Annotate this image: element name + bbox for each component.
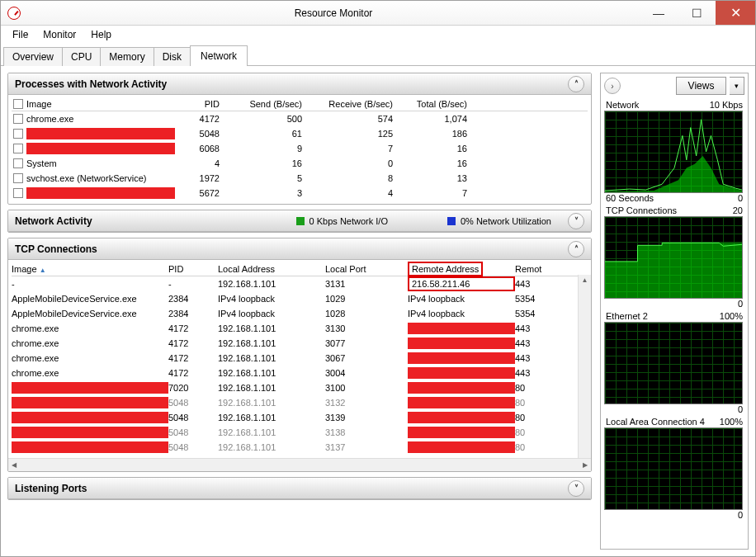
table-row[interactable]: chrome.exe4172192.168.1.1013130443: [12, 321, 588, 336]
column-header[interactable]: Remot: [515, 264, 558, 274]
table-row[interactable]: chrome.exe4172192.168.1.1013077443: [12, 336, 588, 351]
redacted-text: [408, 397, 515, 408]
network-activity-title: Network Activity: [15, 215, 92, 227]
menu-monitor[interactable]: Monitor: [36, 27, 83, 42]
window: Resource Monitor — ☐ ✕ File Monitor Help…: [0, 0, 756, 557]
receive: 125: [307, 129, 398, 139]
local-port: 3132: [325, 398, 408, 408]
menu-help[interactable]: Help: [84, 27, 118, 42]
column-header[interactable]: PID: [168, 264, 218, 274]
column-header[interactable]: Receive (B/sec): [307, 99, 398, 109]
chart-scale: 100%: [720, 417, 743, 427]
expand-button[interactable]: ˅: [568, 480, 584, 497]
tab-overview[interactable]: Overview: [3, 47, 63, 66]
pid: 4172: [168, 353, 218, 363]
table-row[interactable]: 5048192.168.1.101313980: [12, 410, 588, 425]
table-row[interactable]: svchost.exe (NetworkService)19725813: [12, 171, 588, 186]
column-header[interactable]: PID: [175, 99, 224, 109]
chart-block: Network10 Kbps60 Seconds0: [604, 99, 744, 205]
row-checkbox[interactable]: [13, 173, 23, 183]
horizontal-scrollbar[interactable]: ◀▶: [8, 458, 591, 471]
table-row[interactable]: 5048192.168.1.101313280: [12, 395, 588, 410]
image-name: chrome.exe: [12, 338, 168, 348]
table-row[interactable]: chrome.exe41725005741,074: [12, 111, 588, 126]
table-row[interactable]: 5048192.168.1.101313880: [12, 425, 588, 440]
redacted-text: [12, 441, 168, 453]
row-checkbox[interactable]: [13, 188, 23, 198]
total: 16: [398, 144, 472, 153]
column-header[interactable]: Local Address: [218, 264, 325, 274]
views-dropdown[interactable]: ▾: [730, 77, 744, 95]
remote-port: 5354: [515, 294, 558, 304]
tab-memory[interactable]: Memory: [100, 47, 154, 66]
chart-scale: 20: [733, 205, 743, 215]
table-row[interactable]: 60689716: [12, 141, 588, 156]
views-button[interactable]: Views: [676, 77, 726, 95]
table-row[interactable]: System416016: [12, 156, 588, 171]
row-checkbox[interactable]: [13, 129, 23, 139]
local-address: 192.168.1.101: [218, 427, 325, 437]
remote-port: 443: [515, 368, 558, 378]
redacted-text: [408, 441, 515, 453]
vertical-scrollbar[interactable]: [578, 275, 591, 458]
processes-header[interactable]: Processes with Network Activity ˄: [8, 73, 591, 95]
image-name: chrome.exe: [12, 353, 168, 363]
listening-ports-header[interactable]: Listening Ports ˅: [8, 478, 591, 499]
remote-port: 443: [515, 279, 558, 289]
row-checkbox[interactable]: [13, 158, 23, 168]
pid: 5048: [175, 129, 224, 139]
column-header[interactable]: Remote Address: [408, 263, 515, 275]
chart-footer-right: 0: [738, 299, 743, 309]
minimize-button[interactable]: —: [640, 1, 678, 25]
column-header[interactable]: Image: [26, 99, 175, 109]
chart-footer-right: 0: [738, 404, 743, 414]
processes-panel: Processes with Network Activity ˄ ImageP…: [7, 73, 592, 205]
column-header[interactable]: Send (B/sec): [224, 99, 307, 109]
local-address: 192.168.1.101: [218, 338, 325, 348]
receive: 7: [307, 144, 398, 153]
table-row[interactable]: 5672347: [12, 186, 588, 201]
table-row[interactable]: 7020192.168.1.101310080: [12, 380, 588, 395]
column-header[interactable]: Image ▲: [12, 264, 168, 274]
table-row[interactable]: 5048192.168.1.101313780: [12, 440, 588, 455]
close-button[interactable]: ✕: [716, 1, 755, 25]
remote-port: 80: [515, 383, 558, 393]
processes-body: ImagePIDSend (B/sec)Receive (B/sec)Total…: [8, 95, 591, 204]
table-row[interactable]: AppleMobileDeviceService.exe2384IPv4 loo…: [12, 306, 588, 321]
menu-file[interactable]: File: [6, 27, 35, 42]
expand-button[interactable]: ˅: [568, 213, 584, 229]
collapse-button[interactable]: ˄: [568, 241, 584, 257]
side-expand-button[interactable]: ›: [604, 78, 621, 94]
chart-block: Ethernet 2100%0: [604, 310, 744, 416]
table-row[interactable]: AppleMobileDeviceService.exe2384IPv4 loo…: [12, 291, 588, 306]
tcp-header[interactable]: TCP Connections ˄: [8, 238, 591, 260]
row-checkbox[interactable]: [13, 144, 23, 153]
total: 13: [398, 173, 472, 183]
row-checkbox[interactable]: [13, 114, 23, 124]
local-port: 1029: [325, 294, 408, 304]
network-activity-header[interactable]: Network Activity 0 Kbps Network I/O 0% N…: [8, 210, 591, 232]
remote-address: 216.58.211.46: [408, 276, 515, 291]
table-row[interactable]: chrome.exe4172192.168.1.1013004443: [12, 366, 588, 380]
titlebar[interactable]: Resource Monitor — ☐ ✕: [1, 1, 755, 26]
pid: 4172: [175, 114, 224, 124]
tab-cpu[interactable]: CPU: [62, 47, 101, 66]
collapse-button[interactable]: ˄: [568, 76, 584, 92]
table-row[interactable]: 504861125186: [12, 126, 588, 141]
listening-ports-panel: Listening Ports ˅: [7, 477, 592, 500]
local-address: 192.168.1.101: [218, 398, 325, 408]
tab-network[interactable]: Network: [190, 45, 248, 66]
column-header[interactable]: Local Port: [325, 264, 408, 274]
select-all-checkbox[interactable]: [13, 99, 23, 109]
column-header[interactable]: Total (B/sec): [398, 99, 472, 109]
pid: 5672: [175, 188, 224, 198]
maximize-button[interactable]: ☐: [678, 1, 716, 25]
total: 7: [398, 188, 472, 198]
table-row[interactable]: --192.168.1.1013131216.58.211.46443: [12, 276, 588, 291]
redacted-text: [12, 427, 168, 438]
table-row[interactable]: chrome.exe4172192.168.1.1013067443: [12, 351, 588, 366]
remote-port: 80: [515, 442, 558, 452]
receive: 4: [307, 188, 398, 198]
tab-disk[interactable]: Disk: [154, 47, 191, 66]
pid: 4172: [168, 368, 218, 378]
